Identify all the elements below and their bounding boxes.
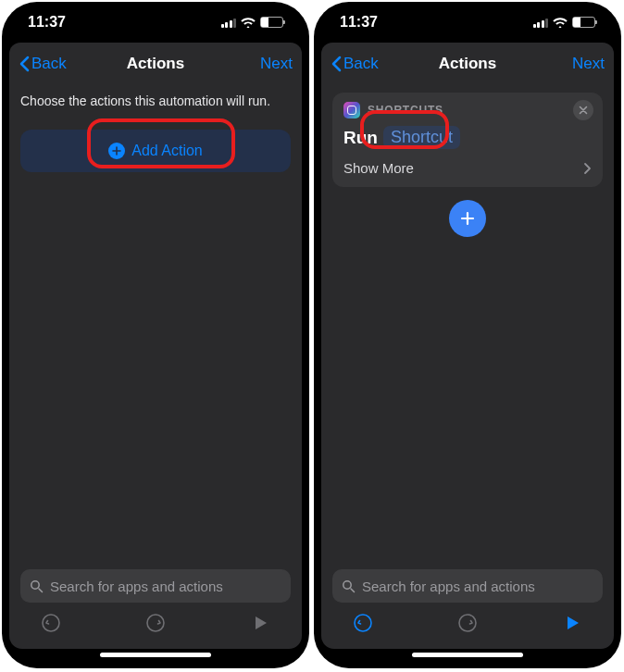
undo-button[interactable] <box>347 607 379 639</box>
content-area: Choose the actions this automation will … <box>9 85 302 560</box>
toolbar <box>20 603 291 643</box>
plus-circle-icon <box>108 143 125 159</box>
sheet: Back Actions Next Choose the actions thi… <box>9 43 302 649</box>
back-label: Back <box>31 55 67 73</box>
toolbar <box>332 603 603 643</box>
instruction-text: Choose the actions this automation will … <box>20 93 291 109</box>
show-more-button[interactable]: Show More <box>343 160 592 176</box>
close-icon <box>579 106 588 115</box>
plus-icon <box>459 210 476 227</box>
remove-action-button[interactable] <box>573 100 593 120</box>
status-time: 11:37 <box>340 14 378 31</box>
content-area: SHORTCUTS Run Shortcut Show More <box>321 85 614 560</box>
nav-bar: Back Actions Next <box>9 43 302 85</box>
shortcut-parameter-token[interactable]: Shortcut <box>383 126 460 149</box>
back-label: Back <box>343 55 379 73</box>
undo-button[interactable] <box>35 607 67 639</box>
search-icon <box>30 579 44 593</box>
device-left: 11:37 Back Actions Next Choose the actio… <box>2 2 309 668</box>
shortcuts-app-icon <box>343 102 360 118</box>
add-action-fab[interactable] <box>449 200 486 237</box>
search-placeholder: Search for apps and actions <box>362 579 535 594</box>
search-icon <box>342 579 356 593</box>
chevron-right-icon <box>583 162 592 175</box>
svg-point-4 <box>355 615 371 631</box>
bottom-area: Search for apps and actions <box>9 560 302 649</box>
search-input[interactable]: Search for apps and actions <box>332 569 603 603</box>
home-indicator <box>412 653 523 657</box>
status-indicators <box>533 17 596 28</box>
action-verb: Run <box>343 128 378 148</box>
search-input[interactable]: Search for apps and actions <box>20 569 291 603</box>
battery-icon <box>260 17 283 28</box>
svg-point-3 <box>343 580 351 588</box>
redo-button[interactable] <box>452 607 483 639</box>
status-indicators <box>221 17 284 28</box>
wifi-icon <box>553 17 568 28</box>
action-app-label: SHORTCUTS <box>368 104 443 117</box>
back-button[interactable]: Back <box>19 55 67 73</box>
back-button[interactable]: Back <box>331 55 379 73</box>
chevron-left-icon <box>19 56 30 72</box>
status-bar: 11:37 <box>2 2 309 43</box>
run-button[interactable] <box>556 607 588 639</box>
add-action-button[interactable]: Add Action <box>20 130 291 172</box>
svg-point-0 <box>31 580 39 588</box>
chevron-left-icon <box>331 56 342 72</box>
next-button[interactable]: Next <box>572 55 605 73</box>
next-button[interactable]: Next <box>260 55 293 73</box>
status-bar: 11:37 <box>314 2 621 43</box>
status-time: 11:37 <box>28 14 66 31</box>
bottom-area: Search for apps and actions <box>321 560 614 649</box>
sheet: Back Actions Next SHORTCUTS Run Sho <box>321 43 614 649</box>
search-placeholder: Search for apps and actions <box>50 579 223 594</box>
redo-button[interactable] <box>140 607 171 639</box>
cellular-icon <box>221 18 237 28</box>
action-card: SHORTCUTS Run Shortcut Show More <box>332 93 603 187</box>
device-right: 11:37 Back Actions Next SHORTCUTS <box>314 2 621 668</box>
cellular-icon <box>533 18 549 28</box>
run-button[interactable] <box>244 607 276 639</box>
wifi-icon <box>241 17 256 28</box>
add-action-label: Add Action <box>131 143 203 159</box>
svg-point-2 <box>147 615 164 631</box>
svg-point-1 <box>43 615 59 631</box>
home-indicator <box>100 653 211 657</box>
battery-icon <box>572 17 595 28</box>
nav-bar: Back Actions Next <box>321 43 614 85</box>
svg-point-5 <box>459 615 476 631</box>
show-more-label: Show More <box>343 160 414 176</box>
